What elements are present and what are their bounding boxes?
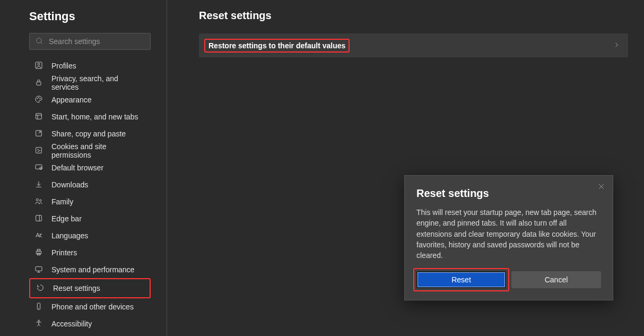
sidebar-item-profile[interactable]: Profiles: [29, 57, 151, 74]
sidebar-item-languages[interactable]: Languages: [29, 227, 151, 244]
page-title: Reset settings: [199, 10, 628, 22]
svg-rect-8: [36, 113, 42, 119]
sidebar-item-label: Printers: [51, 248, 77, 257]
sidebar-item-label: Phone and other devices: [51, 303, 134, 311]
restore-defaults-row[interactable]: Restore settings to their default values: [199, 33, 628, 57]
sidebar-item-label: Downloads: [51, 180, 88, 189]
svg-rect-22: [36, 215, 42, 221]
sidebar-item-share[interactable]: Share, copy and paste: [29, 125, 151, 142]
reset-settings-dialog: Reset settings This will reset your star…: [404, 175, 613, 300]
sidebar-item-label: Default browser: [51, 163, 103, 172]
svg-point-15: [38, 151, 39, 151]
sidebar-item-label: Appearance: [51, 96, 92, 104]
svg-line-1: [41, 42, 42, 44]
sidebar-item-cookies[interactable]: Cookies and site permissions: [29, 142, 151, 159]
search-icon: [35, 37, 43, 47]
close-button[interactable]: [595, 181, 607, 194]
appearance-icon: [34, 95, 43, 105]
svg-point-2: [38, 63, 40, 65]
svg-point-7: [40, 98, 40, 99]
sidebar-item-default[interactable]: Default browser: [29, 159, 151, 176]
sidebar-item-printers[interactable]: Printers: [29, 244, 151, 261]
sidebar-item-downloads[interactable]: Downloads: [29, 176, 151, 193]
reset-icon: [36, 283, 45, 294]
reset-button[interactable]: Reset: [416, 271, 506, 288]
profile-icon: [34, 61, 43, 71]
settings-sidebar: Settings ProfilesPrivacy, search, and se…: [0, 0, 167, 336]
svg-point-6: [38, 97, 39, 98]
sidebar-item-accessibility[interactable]: Accessibility: [29, 315, 151, 332]
sidebar-item-system[interactable]: System and performance: [29, 261, 151, 278]
sidebar-item-about[interactable]: About Microsoft Edge: [29, 332, 151, 336]
search-settings-field[interactable]: [29, 33, 151, 50]
sidebar-item-phone[interactable]: Phone and other devices: [29, 298, 151, 315]
sidebar-item-label: System and performance: [51, 265, 134, 274]
sidebar-item-lock[interactable]: Privacy, search, and services: [29, 74, 151, 91]
share-icon: [34, 129, 43, 139]
sidebar-item-appearance[interactable]: Appearance: [29, 91, 151, 108]
printers-icon: [34, 248, 43, 258]
sidebar-item-label: Start, home, and new tabs: [51, 113, 138, 121]
downloads-icon: [34, 180, 43, 190]
svg-point-13: [38, 149, 38, 150]
search-settings-input[interactable]: [49, 37, 145, 46]
svg-rect-24: [36, 251, 41, 254]
default-icon: [34, 163, 43, 173]
phone-icon: [34, 302, 43, 312]
sidebar-item-label: Cookies and site permissions: [51, 142, 145, 159]
system-icon: [34, 265, 43, 275]
lock-icon: [34, 78, 43, 88]
sidebar-item-home[interactable]: Start, home, and new tabs: [29, 108, 151, 125]
accessibility-icon: [34, 319, 43, 329]
edgebar-icon: [34, 214, 43, 224]
sidebar-item-reset[interactable]: Reset settings: [31, 280, 149, 297]
dialog-body: This will reset your startup page, new t…: [416, 207, 601, 261]
chevron-right-icon: [613, 41, 621, 50]
sidebar-item-label: Privacy, search, and services: [51, 74, 145, 91]
restore-defaults-label: Restore settings to their default values: [204, 39, 350, 53]
languages-icon: [34, 231, 43, 241]
svg-rect-27: [36, 266, 42, 271]
svg-point-14: [39, 150, 40, 151]
svg-rect-4: [37, 82, 41, 85]
home-icon: [34, 112, 43, 122]
sidebar-title: Settings: [29, 10, 151, 23]
sidebar-item-label: Family: [51, 197, 73, 206]
svg-point-20: [36, 199, 38, 201]
cookies-icon: [34, 146, 43, 156]
svg-point-21: [40, 200, 41, 201]
sidebar-item-label: Profiles: [51, 62, 76, 70]
svg-point-0: [37, 38, 41, 42]
sidebar-item-label: Accessibility: [51, 320, 92, 328]
svg-point-32: [38, 320, 40, 322]
sidebar-item-label: Edge bar: [51, 214, 82, 223]
svg-rect-12: [36, 147, 42, 153]
sidebar-item-family[interactable]: Family: [29, 193, 151, 210]
dialog-title: Reset settings: [416, 187, 601, 200]
sidebar-item-label: Share, copy and paste: [51, 130, 126, 138]
family-icon: [34, 197, 43, 207]
close-icon: [598, 183, 605, 192]
cancel-button[interactable]: Cancel: [511, 271, 601, 288]
svg-point-5: [37, 98, 38, 99]
sidebar-item-edgebar[interactable]: Edge bar: [29, 210, 151, 227]
dialog-buttons: Reset Cancel: [416, 271, 601, 288]
sidebar-item-label: Reset settings: [53, 284, 100, 292]
svg-rect-25: [37, 249, 40, 251]
sidebar-item-label: Languages: [51, 231, 88, 240]
